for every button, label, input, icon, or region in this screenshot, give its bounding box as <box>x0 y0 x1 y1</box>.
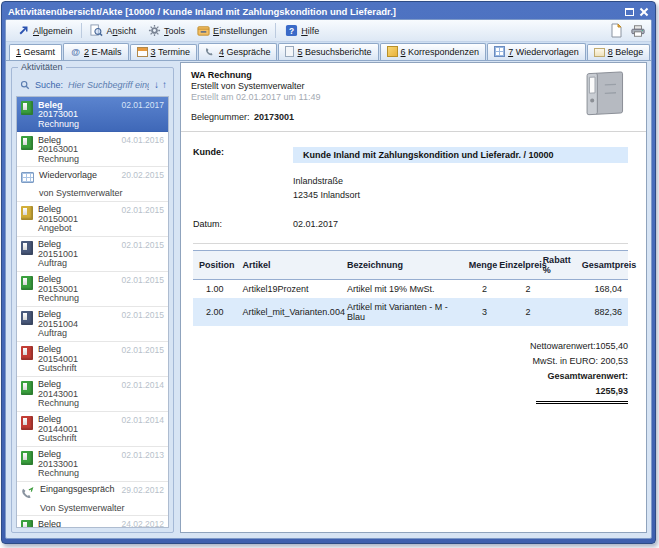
menu-item-label: Einstellungen <box>213 26 267 36</box>
table-header-cell: Artikel <box>237 251 341 280</box>
binder-red-icon <box>21 416 33 430</box>
menu-item-einstellungen[interactable]: Einstellungen <box>191 22 272 40</box>
detail-created-by: Erstellt von Systemverwalter <box>191 81 636 92</box>
binder-green-icon <box>21 520 33 528</box>
mwst-row: MwSt. in EURO: 200,53 <box>448 354 628 369</box>
table-cell: 2 <box>463 280 493 299</box>
restore-icon[interactable] <box>625 8 634 16</box>
table-cell: 2 <box>493 280 537 299</box>
item-kind: Gutschrift <box>38 434 78 444</box>
tab-label: 1 Gesamt <box>16 47 55 57</box>
content-area: Aktivitäten Suche: ↓ ↑ Beleg20173001Rech… <box>6 61 651 538</box>
tab-gespraeche[interactable]: 4 Gespräche <box>198 43 278 60</box>
activity-list-item[interactable]: Beleg20151004Auftrag02.01.2015 <box>17 307 168 342</box>
tab-wiedervorlagen[interactable]: 7 Wiedervorlagen <box>487 43 586 60</box>
help-icon: ? <box>284 24 298 38</box>
activity-search-input[interactable] <box>66 79 151 91</box>
binder-green-icon <box>21 101 33 115</box>
tab-korrespondenzen[interactable]: 6 Korrespondenzen <box>380 43 487 60</box>
table-row[interactable]: 1.00Artikel19ProzentArtikel mit 19% MwSt… <box>193 280 628 299</box>
kunde-value[interactable]: Kunde Inland mit Zahlungskondition und L… <box>293 147 628 163</box>
menu-item-label: Tools <box>164 26 185 36</box>
menu-item-tools[interactable]: Tools <box>142 22 190 40</box>
tab-termine[interactable]: 3 Termine <box>130 44 197 60</box>
activity-list: Beleg20173001Rechnung02.01.2017Beleg2016… <box>16 96 169 528</box>
table-cell <box>537 280 576 299</box>
table-cell: Artikel mit 19% MwSt. <box>341 280 463 299</box>
binder-red-icon <box>21 346 33 360</box>
divider <box>193 243 628 244</box>
table-row[interactable]: 2.00Artikel_mit_Varianten.004Artikel mit… <box>193 298 628 326</box>
window-body: AllgemeinAnsichtToolsEinstellungen?Hilfe… <box>5 19 652 539</box>
close-icon[interactable] <box>639 7 649 17</box>
menu-bar: AllgemeinAnsichtToolsEinstellungen?Hilfe <box>6 20 651 42</box>
item-kind: Rechnung <box>38 120 79 130</box>
at-icon: @ <box>70 46 81 57</box>
detail-body: Kunde: Kunde Inland mit Zahlungskonditio… <box>181 132 646 532</box>
activity-list-item[interactable]: Beleg20144001Gutschrift02.01.2014 <box>17 412 168 447</box>
table-cell: Artikel19Prozent <box>237 280 341 299</box>
app-window: Aktivitätenübersicht/Akte [10000 / Kunde… <box>1 1 656 544</box>
search-next-icon[interactable]: ↓ <box>154 80 159 90</box>
table-cell: 168,04 <box>576 280 628 299</box>
detail-panel: WA Rechnung Erstellt von Systemverwalter… <box>180 62 647 533</box>
table-header-cell: Menge <box>463 251 493 280</box>
binder-yellow-icon <box>21 206 33 220</box>
activity-list-item[interactable]: Wiedervorlagevon Systemverwalter20.02.20… <box>17 167 168 202</box>
tab-gesamt[interactable]: 1 Gesamt <box>9 44 62 61</box>
print-button[interactable] <box>630 23 646 39</box>
item-date: 20.02.2015 <box>121 170 164 180</box>
new-document-button[interactable] <box>608 23 624 39</box>
activities-sidebar: Aktivitäten Suche: ↓ ↑ Beleg20173001Rech… <box>11 67 174 533</box>
tab-label: 2 E-Mails <box>84 47 122 57</box>
item-date: 02.01.2015 <box>121 205 164 215</box>
tab-belege[interactable]: 8 Belege <box>587 44 651 60</box>
menu-item-ansicht[interactable]: Ansicht <box>85 22 142 40</box>
menu-item-label: Ansicht <box>107 26 137 36</box>
menu-divider <box>275 23 276 38</box>
activity-list-item[interactable]: EingangsgesprächVon Systemverwalter29.02… <box>17 482 168 517</box>
grid-tab-icon <box>494 46 505 57</box>
menu-item-label: Allgemein <box>33 26 73 36</box>
arrow-up-right-icon <box>16 24 30 38</box>
settings-icon <box>196 24 210 38</box>
table-cell: 1.00 <box>193 280 237 299</box>
table-header-cell: Rabatt % <box>537 251 576 280</box>
phone-icon <box>21 486 35 500</box>
detail-title: WA Rechnung <box>191 70 636 81</box>
search-prev-icon[interactable]: ↑ <box>162 80 167 90</box>
item-title: Beleg <box>38 520 79 529</box>
tab-emails[interactable]: @2 E-Mails <box>63 43 129 60</box>
binder-navy-icon <box>21 311 33 325</box>
activity-list-item[interactable]: Beleg20163001Rechnung04.01.2016 <box>17 132 168 167</box>
table-cell: 3 <box>463 298 493 326</box>
table-cell: 2.00 <box>193 298 237 326</box>
binder-green-icon <box>21 136 33 150</box>
activity-list-item[interactable]: Beleg20123006Rechnung24.02.2012 <box>17 516 168 528</box>
search-icon <box>18 78 32 92</box>
item-kind: Gutschrift <box>38 364 78 374</box>
menu-item-hilfe[interactable]: ?Hilfe <box>279 22 324 40</box>
activity-list-item[interactable]: Beleg20151001Auftrag02.01.2015 <box>17 237 168 272</box>
table-cell <box>537 298 576 326</box>
item-date: 02.01.2013 <box>121 450 164 460</box>
kunde-label: Kunde: <box>193 147 293 157</box>
table-cell: Artikel_mit_Varianten.004 <box>237 298 341 326</box>
activity-list-item[interactable]: Beleg20173001Rechnung02.01.2017 <box>17 97 168 132</box>
gesamt-label: Gesamtwarenwert: <box>448 369 628 384</box>
menu-item-allgemein[interactable]: Allgemein <box>11 22 78 40</box>
binder-green-icon <box>21 451 33 465</box>
activity-list-item[interactable]: Beleg20143001Rechnung02.01.2014 <box>17 377 168 412</box>
activity-list-item[interactable]: Beleg20153001Rechnung02.01.2015 <box>17 272 168 307</box>
positions-table: PositionArtikelBezeichnungMengeEinzelpre… <box>193 250 628 326</box>
item-date: 04.01.2016 <box>121 135 164 145</box>
tab-label: 6 Korrespondenzen <box>401 47 480 57</box>
report-tab-icon <box>285 46 294 57</box>
item-kind: Rechnung <box>38 399 79 409</box>
activity-list-item[interactable]: Beleg20150001Angebot02.01.2015 <box>17 202 168 237</box>
activity-list-item[interactable]: Beleg20133001Rechnung02.01.2013 <box>17 447 168 482</box>
tools-icon <box>147 24 161 38</box>
activity-list-item[interactable]: Beleg20154001Gutschrift02.01.2015 <box>17 342 168 377</box>
item-kind: Angebot <box>38 224 78 234</box>
tab-besuchsberichte[interactable]: 5 Besuchsberichte <box>278 43 378 60</box>
